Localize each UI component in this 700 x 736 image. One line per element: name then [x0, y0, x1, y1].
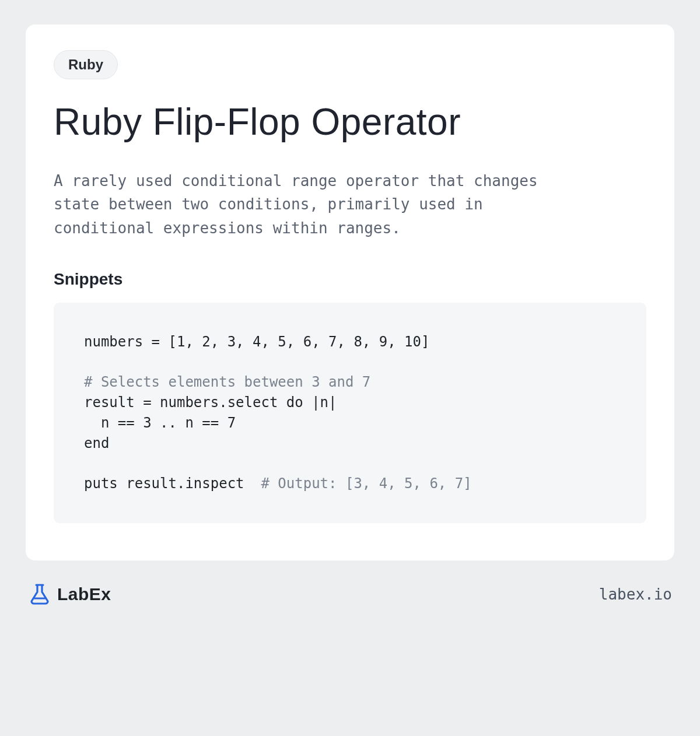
code-comment: # Selects elements between 3 and 7 — [84, 374, 370, 390]
page-title: Ruby Flip-Flop Operator — [54, 100, 646, 143]
code-line: puts result.inspect — [84, 475, 261, 492]
code-comment: # Output: [3, 4, 5, 6, 7] — [261, 475, 471, 492]
page-root: Ruby Ruby Flip-Flop Operator A rarely us… — [0, 0, 700, 736]
language-tag: Ruby — [54, 50, 118, 79]
code-line: result = numbers.select do |n| — [84, 394, 337, 411]
content-card: Ruby Ruby Flip-Flop Operator A rarely us… — [26, 24, 674, 560]
flask-icon — [28, 583, 51, 606]
code-line: numbers = [1, 2, 3, 4, 5, 6, 7, 8, 9, 10… — [84, 334, 429, 350]
description-text: A rarely used conditional range operator… — [54, 169, 567, 240]
snippets-heading: Snippets — [54, 270, 646, 289]
code-line: end — [84, 435, 109, 451]
brand-url: labex.io — [599, 586, 672, 603]
code-line: n == 3 .. n == 7 — [84, 415, 236, 431]
code-snippet: numbers = [1, 2, 3, 4, 5, 6, 7, 8, 9, 10… — [54, 303, 646, 523]
brand-name: LabEx — [57, 584, 111, 604]
brand: LabEx — [28, 583, 111, 606]
footer: LabEx labex.io — [26, 583, 674, 606]
